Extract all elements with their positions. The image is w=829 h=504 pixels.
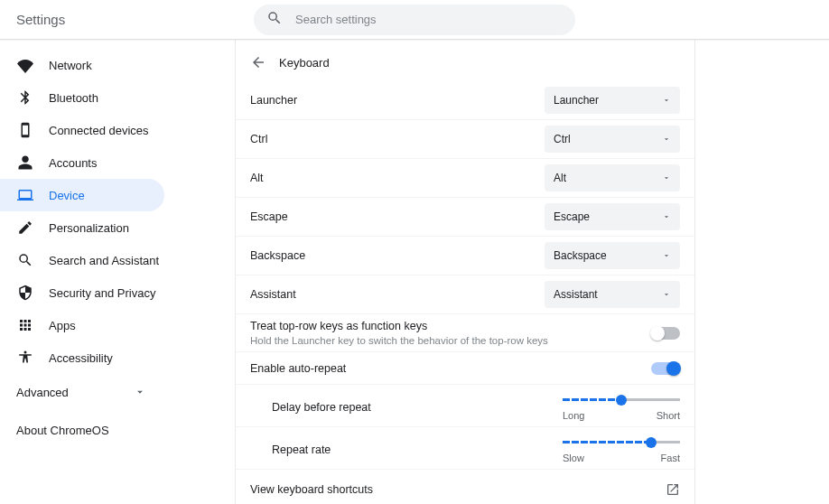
sidebar-item-label: Device [49, 189, 85, 202]
chevron-down-icon [662, 96, 671, 105]
sidebar-item-accessibility[interactable]: Accessibility [0, 341, 164, 374]
keymap-row-escape: Escape Escape [236, 198, 694, 237]
sidebar-about[interactable]: About ChromeOS [0, 414, 235, 446]
sidebar-item-label: Connected devices [49, 124, 149, 137]
sidebar-item-label: Personalization [49, 221, 129, 235]
chevron-down-icon [662, 135, 671, 144]
toprow-setting: Treat top-row keys as function keys Hold… [236, 314, 694, 352]
keymap-label: Backspace [250, 249, 305, 262]
sidebar-item-label: Accessibility [49, 351, 113, 365]
open-in-new-icon [666, 482, 680, 497]
keymap-label: Ctrl [250, 133, 267, 145]
search-input[interactable] [295, 13, 530, 26]
chevron-down-icon [662, 173, 671, 182]
chevron-down-icon [662, 212, 671, 221]
keymap-label: Alt [250, 172, 264, 184]
select-value: Ctrl [554, 133, 571, 145]
chevron-down-icon [662, 290, 671, 299]
keymap-select-launcher[interactable]: Launcher [545, 87, 680, 114]
rate-max-label: Fast [661, 453, 680, 463]
shortcuts-link[interactable]: View keyboard shortcuts [236, 470, 694, 504]
keymap-row-ctrl: Ctrl Ctrl [236, 120, 694, 159]
sidebar-item-label: Bluetooth [49, 91, 98, 105]
autorepeat-setting: Enable auto-repeat [236, 352, 694, 385]
page-title: Keyboard [279, 56, 330, 70]
sidebar-item-label: Network [49, 59, 92, 72]
keymap-row-backspace: Backspace Backspace [236, 237, 694, 275]
toprow-sublabel: Hold the Launcher key to switch the beha… [250, 335, 548, 346]
shield-icon [16, 284, 34, 302]
person-icon [16, 154, 34, 172]
page-header: Keyboard [236, 47, 694, 81]
keymap-select-assistant[interactable]: Assistant [545, 281, 680, 308]
keymap-label: Assistant [250, 288, 296, 301]
sidebar-item-bluetooth[interactable]: Bluetooth [0, 81, 164, 114]
keymap-select-ctrl[interactable]: Ctrl [545, 126, 680, 153]
search-icon [266, 10, 283, 29]
sidebar-item-label: Search and Assistant [49, 254, 159, 267]
chevron-down-icon [134, 386, 146, 398]
sidebar-item-security-privacy[interactable]: Security and Privacy [0, 276, 164, 309]
keymap-label: Launcher [250, 94, 297, 107]
select-value: Escape [554, 210, 590, 223]
rate-label: Repeat rate [272, 443, 331, 456]
sidebar-advanced[interactable]: Advanced [0, 376, 235, 408]
sidebar-item-connected-devices[interactable]: Connected devices [0, 114, 164, 146]
advanced-label: Advanced [16, 386, 69, 399]
back-icon[interactable] [250, 54, 266, 70]
rate-slider[interactable] [563, 436, 680, 449]
search-box[interactable] [254, 5, 575, 35]
search-icon [16, 251, 34, 269]
bluetooth-icon [16, 89, 34, 107]
delay-label: Delay before repeat [272, 401, 371, 414]
laptop-icon [16, 186, 34, 204]
keymap-select-escape[interactable]: Escape [545, 203, 680, 230]
select-value: Alt [554, 172, 566, 184]
keymap-select-alt[interactable]: Alt [545, 164, 680, 191]
sidebar-item-label: Security and Privacy [49, 286, 156, 300]
shortcuts-label: View keyboard shortcuts [250, 483, 373, 496]
toprow-toggle[interactable] [651, 327, 680, 340]
keymap-label: Escape [250, 210, 288, 223]
phone-icon [16, 121, 34, 139]
sidebar-item-apps[interactable]: Apps [0, 309, 164, 341]
toprow-label: Treat top-row keys as function keys [250, 320, 548, 332]
rate-setting: Repeat rate Slow Fast [236, 427, 694, 470]
sidebar: Network Bluetooth Connected devices Acco… [0, 40, 235, 504]
main-panel: Keyboard Launcher Launcher Ctrl Ctrl Alt [235, 40, 695, 504]
delay-slider[interactable] [563, 394, 680, 406]
keymap-row-launcher: Launcher Launcher [236, 81, 694, 120]
keymap-select-backspace[interactable]: Backspace [545, 242, 680, 269]
keymap-row-alt: Alt Alt [236, 159, 694, 198]
delay-max-label: Short [657, 410, 680, 421]
accessibility-icon [16, 349, 34, 367]
grid-icon [16, 316, 34, 334]
select-value: Launcher [554, 94, 599, 107]
chevron-down-icon [662, 251, 671, 260]
rate-min-label: Slow [563, 453, 584, 463]
sidebar-item-network[interactable]: Network [0, 49, 164, 81]
select-value: Backspace [554, 249, 607, 262]
sidebar-item-device[interactable]: Device [0, 179, 164, 211]
sidebar-item-search-assistant[interactable]: Search and Assistant [0, 244, 164, 276]
app-title: Settings [16, 12, 65, 27]
wifi-icon [16, 56, 34, 74]
sidebar-item-personalization[interactable]: Personalization [0, 211, 164, 244]
pen-icon [16, 219, 34, 237]
delay-setting: Delay before repeat Long Short [236, 385, 694, 427]
header: Settings [0, 0, 829, 40]
about-label: About ChromeOS [16, 424, 109, 437]
sidebar-item-label: Apps [49, 319, 76, 332]
select-value: Assistant [554, 288, 598, 301]
keymap-row-assistant: Assistant Assistant [236, 275, 694, 314]
sidebar-item-label: Accounts [49, 156, 97, 170]
delay-min-label: Long [563, 410, 584, 421]
sidebar-item-accounts[interactable]: Accounts [0, 146, 164, 179]
autorepeat-toggle[interactable] [651, 362, 680, 375]
autorepeat-label: Enable auto-repeat [250, 362, 346, 375]
